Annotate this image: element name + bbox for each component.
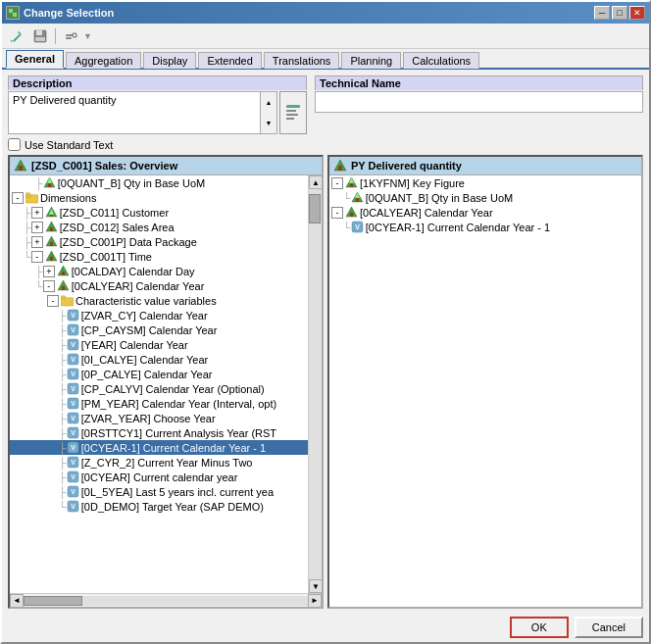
expander[interactable]: - xyxy=(47,295,59,307)
svg-rect-32 xyxy=(50,257,53,261)
edit-button[interactable] xyxy=(6,26,27,46)
list-item[interactable]: - Characteristic value variables xyxy=(10,293,308,308)
node-label: [YEAR] Calendar Year xyxy=(81,339,188,351)
svg-rect-19 xyxy=(48,183,51,187)
svg-text:V: V xyxy=(71,415,75,421)
left-tree-items: ├ [0QUANT_B] Qty in Base UoM - xyxy=(10,175,308,593)
cancel-button[interactable]: Cancel xyxy=(575,617,643,638)
save-icon xyxy=(33,29,47,43)
svg-rect-68 xyxy=(338,166,342,171)
node-label: [0D_DEMO] Target Year (SAP DEMO) xyxy=(81,501,264,513)
description-input-row: PY Delivered quantity ▲ ▼ xyxy=(8,91,307,134)
svg-text:V: V xyxy=(71,385,75,392)
left-tree-header: [ZSD_C001] Sales: Overview xyxy=(10,157,322,175)
expander[interactable]: - xyxy=(331,207,343,219)
svg-text:V: V xyxy=(71,326,75,333)
use-standard-text-checkbox[interactable] xyxy=(8,138,21,151)
list-item[interactable]: └ V [0D_DEMO] Target Year (SAP DEMO) xyxy=(10,499,308,514)
node-label: [0CALYEAR] Calendar Year xyxy=(360,207,493,219)
svg-text:V: V xyxy=(71,503,75,510)
description-group: Description PY Delivered quantity ▲ ▼ xyxy=(8,75,307,134)
list-item[interactable]: ├ + [ZSD_C011] Customer xyxy=(10,205,308,220)
expander[interactable]: + xyxy=(43,266,55,277)
toolbar-dropdown[interactable]: ▼ xyxy=(83,31,92,41)
tab-general[interactable]: General xyxy=(6,50,64,69)
node-label: Dimensions xyxy=(40,192,96,204)
minimize-button[interactable]: ─ xyxy=(594,6,610,20)
expander[interactable]: - xyxy=(43,280,55,292)
save-button[interactable] xyxy=(29,26,51,46)
list-item[interactable]: ├ V [0RSTTCY1] Current Analysis Year (RS… xyxy=(10,425,308,440)
left-tree-hscrollbar[interactable]: ◄ ► xyxy=(10,593,322,607)
list-item[interactable]: ├ V [PM_YEAR] Calendar Year (Interval, o… xyxy=(10,396,308,411)
tab-translations[interactable]: Translations xyxy=(264,52,340,69)
expander[interactable]: - xyxy=(12,192,24,204)
scroll-thumb[interactable] xyxy=(309,194,321,223)
expander[interactable]: + xyxy=(31,222,43,233)
scroll-up-arrow[interactable]: ▲ xyxy=(309,175,322,189)
desc-scroll-col: ▲ ▼ xyxy=(261,91,277,134)
list-item[interactable]: └ - [0CALYEAR] Calendar Year xyxy=(10,278,308,293)
hscroll-track[interactable] xyxy=(24,596,308,606)
maximize-button[interactable]: □ xyxy=(612,6,627,20)
node-label: [0I_CALYE] Calendar Year xyxy=(81,354,208,366)
svg-text:V: V xyxy=(355,223,360,230)
node-label: [0L_5YEA] Last 5 years incl. current yea xyxy=(81,486,274,498)
title-bar: Change Selection ─ □ ✕ xyxy=(2,2,649,24)
description-textarea[interactable]: PY Delivered quantity xyxy=(8,91,261,134)
svg-rect-30 xyxy=(50,242,53,246)
list-item[interactable]: └ [0QUANT_B] Qty in Base UoM xyxy=(329,190,641,205)
list-item[interactable]: ├ V [YEAR] Calendar Year xyxy=(10,337,308,352)
tab-planning[interactable]: Planning xyxy=(341,52,401,69)
format-button[interactable] xyxy=(279,91,307,134)
list-item[interactable]: ├ V [0L_5YEA] Last 5 years incl. current… xyxy=(10,484,308,499)
node-label: [0P_CALYE] Calendar Year xyxy=(81,369,213,380)
list-item[interactable]: ├ + [0CALDAY] Calendar Day xyxy=(10,264,308,278)
technical-name-input[interactable] xyxy=(315,91,643,113)
list-item[interactable]: ├ V [0P_CALYE] Calendar Year xyxy=(10,367,308,381)
toolbar: ▼ xyxy=(2,24,649,49)
tab-extended[interactable]: Extended xyxy=(198,52,261,69)
svg-rect-8 xyxy=(35,37,45,41)
hscroll-thumb[interactable] xyxy=(24,596,82,606)
tab-aggregation[interactable]: Aggregation xyxy=(66,52,141,69)
list-item[interactable]: ├ [0QUANT_B] Qty in Base UoM xyxy=(10,175,308,190)
list-item[interactable]: - [0CALYEAR] Calendar Year xyxy=(329,205,641,220)
list-item[interactable]: - [1KYFNM] Key Figure xyxy=(329,175,641,190)
scroll-track[interactable] xyxy=(309,189,322,579)
tools-button[interactable] xyxy=(60,26,81,46)
var-icon: V xyxy=(67,500,79,513)
list-item[interactable]: ├ V [0CYEAR] Current calendar year xyxy=(10,470,308,484)
expander[interactable]: - xyxy=(31,251,43,263)
scroll-right-arrow[interactable]: ► xyxy=(308,594,322,608)
expander[interactable]: - xyxy=(331,177,343,189)
list-item[interactable]: ├ V [0I_CALYE] Calendar Year xyxy=(10,352,308,367)
list-item[interactable]: └ - [ZSD_C001T] Time xyxy=(10,249,308,264)
close-button[interactable]: ✕ xyxy=(629,6,645,20)
expander[interactable]: + xyxy=(31,207,43,219)
list-item[interactable]: └ V [0CYEAR-1] Current Calendar Year - 1 xyxy=(329,220,641,234)
list-item[interactable]: ├ V [CP_CALYV] Calendar Year (Optional) xyxy=(10,381,308,396)
tab-calculations[interactable]: Calculations xyxy=(403,52,479,69)
list-item[interactable]: ├ V [0CYEAR-1] Current Calendar Year - 1 xyxy=(10,440,308,455)
list-item[interactable]: ├ + [ZSD_C012] Sales Area xyxy=(10,220,308,234)
desc-scroll-up[interactable]: ▲ xyxy=(261,92,276,113)
scroll-down-arrow[interactable]: ▼ xyxy=(309,579,322,593)
list-item[interactable]: ├ V [Z_CYR_2] Current Year Minus Two xyxy=(10,455,308,470)
node-label: [ZSD_C001P] Data Package xyxy=(60,236,197,248)
tab-display[interactable]: Display xyxy=(143,52,196,69)
expander[interactable]: + xyxy=(31,236,43,248)
scroll-left-arrow[interactable]: ◄ xyxy=(10,594,24,608)
svg-rect-23 xyxy=(25,193,30,196)
list-item[interactable]: ├ V [CP_CAYSM] Calendar Year xyxy=(10,322,308,337)
list-item[interactable]: ├ V [ZVAR_YEAR] Choose Year xyxy=(10,411,308,425)
list-item[interactable]: ├ V [ZVAR_CY] Calendar Year xyxy=(10,308,308,322)
list-item[interactable]: ├ + [ZSD_C001P] Data Package xyxy=(10,234,308,249)
list-item[interactable]: - Dimensions xyxy=(10,190,308,205)
desc-scroll-down[interactable]: ▼ xyxy=(261,113,276,133)
ok-button[interactable]: OK xyxy=(510,617,569,638)
svg-rect-38 xyxy=(61,296,66,299)
right-tree-title: PY Delivered quantity xyxy=(351,160,462,172)
right-tree-scroll-wrapper: - [1KYFNM] Key Figure └ xyxy=(329,175,641,607)
description-label: Description xyxy=(8,75,307,90)
